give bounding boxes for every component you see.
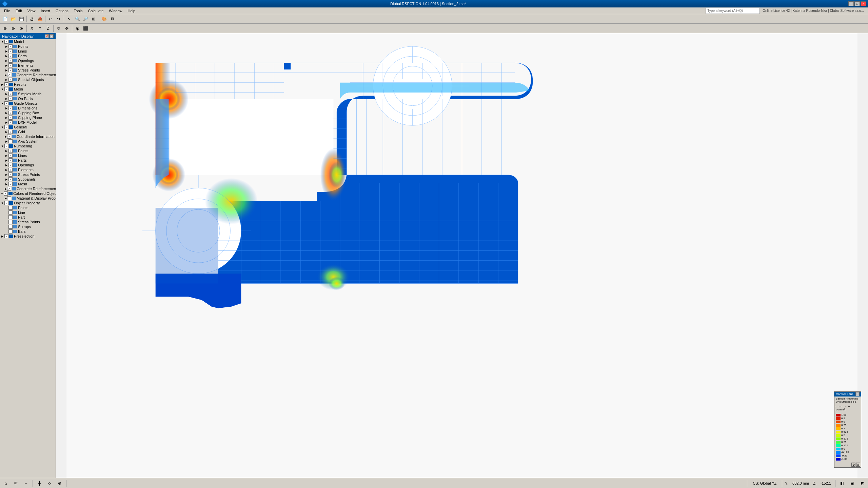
tree-arrow-21[interactable]: ▶ [5,140,8,143]
navigator-close[interactable]: × [50,34,54,38]
tree-arrow-6[interactable]: ▶ [5,68,8,72]
redo-button[interactable]: ↪ [55,15,62,23]
tree-arrow-3[interactable]: ▶ [5,54,8,58]
tree-item[interactable]: ▶Openings [0,58,56,63]
export-button[interactable]: 📤 [36,15,44,23]
tree-arrow-10[interactable]: ▼ [1,87,4,91]
tree-item[interactable]: ▶Grid [0,129,56,134]
tree-check-38[interactable] [8,220,13,224]
tree-item[interactable]: ▶Stress Points [0,68,56,73]
status-home[interactable]: ⌂ [2,480,9,487]
tree-item[interactable]: ▶DXF Model [0,120,56,125]
tree-check-0[interactable] [4,40,8,44]
tree-arrow-31[interactable]: ▶ [5,187,7,190]
tree-item[interactable]: ▶Points [0,148,56,153]
tree-item[interactable]: Stress Points [0,220,56,224]
tb2-render-on[interactable]: ◉ [74,25,81,32]
tree-item[interactable]: ▶Axis System [0,139,56,144]
tree-check-40[interactable] [8,229,13,233]
tree-arrow-28[interactable]: ▶ [5,173,8,176]
tree-arrow-29[interactable]: ▶ [5,178,8,181]
tree-item[interactable]: ▶Lines [0,153,56,158]
tree-check-26[interactable] [8,163,13,167]
tree-item[interactable]: Points [0,205,56,210]
tree-check-4[interactable] [8,59,13,63]
tree-item[interactable]: Bars [0,229,56,234]
maximize-button[interactable]: □ [854,1,860,6]
tree-check-22[interactable] [4,144,8,148]
tree-item[interactable]: ▼Model [0,39,56,44]
tree-item[interactable]: ▶Material & Display Properties [0,196,56,201]
tree-item[interactable]: ▶Elements [0,167,56,172]
new-button[interactable]: 📄 [1,15,9,23]
menu-file[interactable]: File [1,8,13,14]
tree-arrow-34[interactable]: ▼ [1,201,4,205]
cp-expand[interactable]: ⊞ [856,463,860,467]
tree-item[interactable]: ▶Lines [0,49,56,54]
tree-item[interactable]: ▶Stress Points [0,172,56,177]
tb2-btn2[interactable]: ⊖ [9,25,17,32]
tree-check-21[interactable] [8,139,13,143]
tree-item[interactable]: ▶Clipping Plane [0,115,56,120]
tree-check-24[interactable] [8,154,13,158]
save-button[interactable]: 💾 [18,15,25,23]
tree-check-1[interactable] [8,44,13,48]
tree-item[interactable]: ▶Dimensions [0,106,56,110]
tb2-axis-x[interactable]: X [28,25,36,32]
tree-item[interactable]: ▶Mesh [0,182,56,186]
tree-arrow-8[interactable]: ▶ [5,78,8,81]
tree-check-29[interactable] [8,177,13,181]
tree-item[interactable]: ▶Concrete Reinforcement [0,73,56,77]
menu-calculate[interactable]: Calculate [85,8,106,14]
tree-item[interactable]: ▶Parts [0,54,56,58]
tree-arrow-30[interactable]: ▶ [5,182,8,186]
tree-check-9[interactable] [4,82,8,86]
status-eye[interactable]: 👁 [12,480,20,487]
tree-check-32[interactable] [4,191,8,196]
status-tool1[interactable]: ╋ [36,480,43,487]
tree-check-6[interactable] [8,68,13,72]
tree-arrow-1[interactable]: ▶ [5,45,8,48]
tree-check-31[interactable] [7,187,11,191]
tree-arrow-11[interactable]: ▶ [5,92,8,96]
tree-check-17[interactable] [8,120,13,124]
viewport[interactable] [56,33,868,478]
tree-arrow-4[interactable]: ▶ [5,59,8,62]
tree-check-19[interactable] [8,130,13,134]
tree-arrow-16[interactable]: ▶ [5,116,8,119]
tree-arrow-0[interactable]: ▼ [1,40,4,43]
tree-check-27[interactable] [8,168,13,172]
tree-check-30[interactable] [8,182,13,186]
cp-settings[interactable]: ⚙ [851,463,855,467]
tree-check-23[interactable] [8,149,13,153]
tree-item[interactable]: ▶On Parts [0,96,56,101]
tree-item[interactable]: ▼General [0,125,56,129]
tree-item[interactable]: ▼Colors of Rendered Objects by [0,191,56,196]
view3d-button[interactable]: 🖥 [108,15,116,23]
zoom-all-button[interactable]: ⊞ [90,15,97,23]
select-button[interactable]: ↖ [65,15,73,23]
tree-item[interactable]: ▶Openings [0,163,56,167]
tree-check-34[interactable] [4,201,8,205]
tb2-axis-y[interactable]: Y [36,25,44,32]
print-button[interactable]: 🖨 [28,15,36,23]
tree-check-16[interactable] [8,116,13,120]
tb2-rotate[interactable]: ↻ [55,25,62,32]
menu-help[interactable]: Help [125,8,138,14]
tree-check-7[interactable] [7,73,11,77]
tree-arrow-2[interactable]: ▶ [5,49,8,53]
status-view3[interactable]: ◩ [859,480,866,487]
tb2-btn3[interactable]: ⊗ [18,25,25,32]
tree-check-35[interactable] [8,206,13,210]
tree-item[interactable]: ▶Elements [0,63,56,68]
tree-arrow-14[interactable]: ▶ [5,106,8,110]
menu-view[interactable]: View [25,8,38,14]
tree-check-2[interactable] [8,49,13,53]
tree-check-8[interactable] [8,78,13,82]
tree-item[interactable]: ▶Parts [0,158,56,163]
tree-check-41[interactable] [4,234,8,238]
tree-item[interactable]: ▶Results [0,82,56,87]
tree-check-28[interactable] [8,172,13,177]
tree-arrow-26[interactable]: ▶ [5,163,8,167]
undo-button[interactable]: ↩ [47,15,54,23]
